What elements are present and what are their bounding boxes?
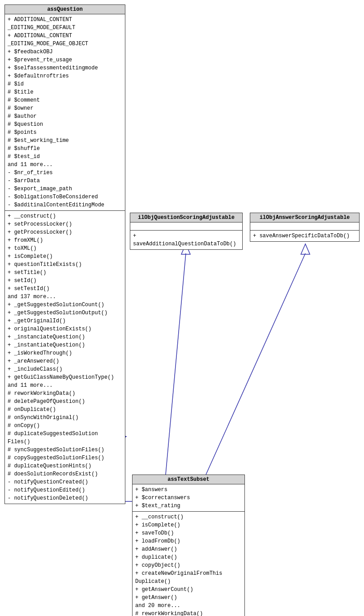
svg-line-0 [166, 253, 186, 475]
ilObjQSA-empty-section [130, 222, 242, 231]
assTextSubset-fields-section: + $answers + $correctanswers + $text_rat… [133, 484, 244, 512]
ilObjQSA-title: ilObjQuestionScoringAdjustable [130, 213, 242, 222]
assTextSubset-methods-section: + __construct() + isComplete() + saveToD… [133, 512, 244, 616]
assTextSubset-title: assTextSubset [133, 475, 244, 484]
svg-marker-3 [301, 244, 310, 254]
svg-line-2 [206, 253, 305, 475]
ilObjQSA-methods-section: + saveAdditionalQuestionDataToDb() [130, 231, 242, 249]
assQuestion-title: assQuestion [5, 5, 125, 14]
diagram-container: assQuestion + ADDITIONAL_CONTENT _EDITIN… [0, 0, 364, 616]
ilObjQSA-box: ilObjQuestionScoringAdjustable + saveAdd… [130, 213, 243, 250]
assQuestion-fields-section: + ADDITIONAL_CONTENT _EDITING_MODE_DEFAU… [5, 14, 125, 211]
ilObjASA-methods-section: + saveAnswerSpecificDataToDb() [250, 231, 359, 241]
assQuestion-box: assQuestion + ADDITIONAL_CONTENT _EDITIN… [4, 4, 125, 504]
ilObjASA-title: ilObjAnswerScoringAdjustable [250, 213, 359, 222]
ilObjASA-empty-section [250, 222, 359, 231]
assQuestion-methods-section: + __construct() + setProcessLocker() + g… [5, 211, 125, 504]
ilObjASA-box: ilObjAnswerScoringAdjustable + saveAnswe… [250, 213, 360, 242]
assTextSubset-box: assTextSubset + $answers + $correctanswe… [132, 475, 245, 616]
